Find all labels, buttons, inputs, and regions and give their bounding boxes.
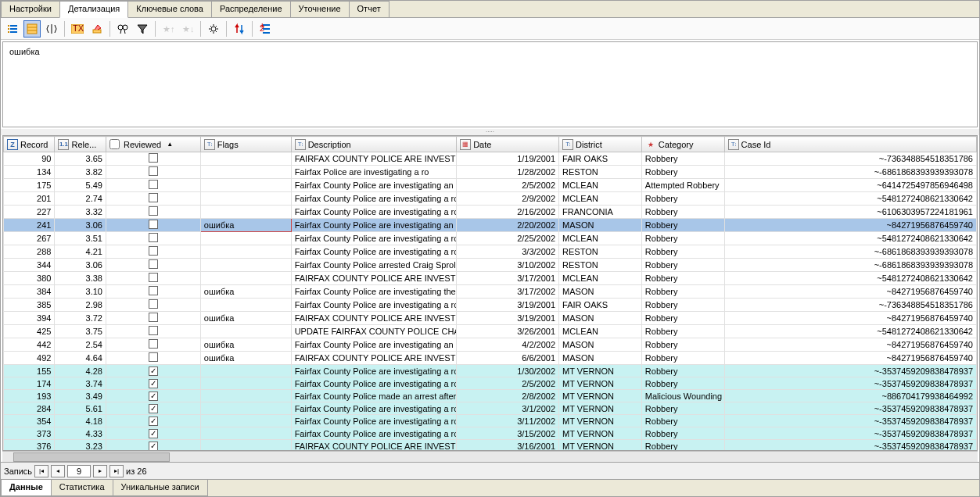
table-row[interactable]: 2012.74Fairfax County Police are investi… xyxy=(4,192,977,206)
cell-reviewed[interactable] xyxy=(106,192,200,206)
tab-0[interactable]: Настройки xyxy=(1,1,60,17)
h-scrollbar[interactable] xyxy=(2,451,978,462)
cell-flags[interactable]: ошибка xyxy=(200,352,291,365)
cell-reviewed[interactable] xyxy=(106,338,200,352)
cell-flags[interactable] xyxy=(200,232,291,245)
cell-reviewed[interactable] xyxy=(106,325,200,338)
col-header-6[interactable]: TᵢDistrict xyxy=(559,137,642,152)
cell-flags[interactable] xyxy=(200,166,291,179)
splitter[interactable]: ····· xyxy=(1,129,979,135)
table-row[interactable]: 1755.49Fairfax County Police are investi… xyxy=(4,179,977,192)
cell-reviewed[interactable] xyxy=(106,206,200,219)
table-row[interactable]: 1933.49✓Fairfax County Police made an ar… xyxy=(4,390,977,402)
tb-star-down-icon[interactable]: ★↓ xyxy=(179,20,196,38)
cell-flags[interactable] xyxy=(200,152,291,166)
cell-flags[interactable] xyxy=(200,390,291,402)
col-header-1[interactable]: 1.1Rele... xyxy=(55,137,106,152)
nav-first-icon[interactable]: |◂ xyxy=(34,465,48,477)
col-header-5[interactable]: ▦Date xyxy=(457,137,559,152)
table-row[interactable]: 2673.51Fairfax County Police are investi… xyxy=(4,232,977,245)
data-grid[interactable]: ZRecord1.1Rele...Reviewed▲TᵢFlagsTᵢDescr… xyxy=(2,135,978,451)
tab-1[interactable]: Детализация xyxy=(59,1,128,18)
table-row[interactable]: 3763.23✓FAIRFAX COUNTY POLICE ARE INVEST… xyxy=(4,440,977,452)
cell-reviewed[interactable] xyxy=(106,312,200,325)
table-row[interactable]: 2884.21Fairfax County Police are investi… xyxy=(4,245,977,259)
cell-flags[interactable] xyxy=(200,299,291,312)
cell-reviewed[interactable] xyxy=(106,285,200,299)
cell-flags[interactable]: ошибка xyxy=(200,312,291,325)
cell-reviewed[interactable] xyxy=(106,179,200,192)
cell-flags[interactable] xyxy=(200,427,291,440)
btab-2[interactable]: Уникальные записи xyxy=(113,480,208,496)
col-header-4[interactable]: TᵢDescription xyxy=(291,137,457,152)
cell-reviewed[interactable]: ✓ xyxy=(106,440,200,452)
cell-flags[interactable] xyxy=(200,206,291,219)
cell-flags[interactable] xyxy=(200,179,291,192)
cell-flags[interactable] xyxy=(200,259,291,272)
table-row[interactable]: 3443.06Fairfax County Police arrested Cr… xyxy=(4,259,977,272)
cell-reviewed[interactable]: ✓ xyxy=(106,390,200,402)
col-header-8[interactable]: TᵢCase Id xyxy=(724,137,976,152)
tb-clear-icon[interactable] xyxy=(88,20,106,38)
cell-flags[interactable] xyxy=(200,377,291,390)
table-row[interactable]: 1554.28✓Fairfax County Police are invest… xyxy=(4,365,977,377)
table-row[interactable]: 3843.10ошибкаFairfax County Police are i… xyxy=(4,285,977,299)
cell-reviewed[interactable] xyxy=(106,232,200,245)
nav-last-icon[interactable]: ▸| xyxy=(109,465,124,477)
table-row[interactable]: 3803.38FAIRFAX COUNTY POLICE ARE INVESTI… xyxy=(4,272,977,285)
tb-split-icon[interactable] xyxy=(43,20,60,38)
table-row[interactable]: 3852.98Fairfax County Police are investi… xyxy=(4,299,977,312)
tb-sort-icon[interactable] xyxy=(231,20,248,38)
col-header-0[interactable]: ZRecord xyxy=(4,137,55,152)
table-row[interactable]: 3734.33✓Fairfax County Police are invest… xyxy=(4,427,977,440)
nav-prev-icon[interactable]: ◂ xyxy=(51,465,65,477)
table-row[interactable]: 4924.64ошибкаFAIRFAX COUNTY POLICE ARE I… xyxy=(4,352,977,365)
cell-reviewed[interactable]: ✓ xyxy=(106,402,200,415)
tab-2[interactable]: Ключевые слова xyxy=(127,1,212,17)
cell-flags[interactable]: ошибка xyxy=(200,338,291,352)
table-row[interactable]: 2273.32Fairfax County Police are investi… xyxy=(4,206,977,219)
cell-flags[interactable] xyxy=(200,192,291,206)
table-row[interactable]: 2413.06ошибкаFairfax County Police are i… xyxy=(4,219,977,232)
cell-flags[interactable] xyxy=(200,440,291,452)
table-row[interactable]: 903.65FAIRFAX COUNTY POLICE ARE INVESTIG… xyxy=(4,152,977,166)
table-row[interactable]: 3544.18✓Fairfax County Police are invest… xyxy=(4,415,977,427)
col-header-3[interactable]: TᵢFlags xyxy=(200,137,291,152)
cell-flags[interactable]: ошибка xyxy=(200,285,291,299)
cell-reviewed[interactable] xyxy=(106,245,200,259)
btab-0[interactable]: Данные xyxy=(1,480,52,496)
cell-flags[interactable] xyxy=(200,245,291,259)
cell-reviewed[interactable] xyxy=(106,272,200,285)
table-row[interactable]: 2845.61✓Fairfax County Police are invest… xyxy=(4,402,977,415)
tb-grid-icon[interactable] xyxy=(23,20,41,38)
tab-5[interactable]: Отчет xyxy=(349,1,389,17)
cell-flags[interactable] xyxy=(200,415,291,427)
cell-reviewed[interactable]: ✓ xyxy=(106,377,200,390)
table-row[interactable]: 4422.54ошибкаFairfax County Police are i… xyxy=(4,338,977,352)
cell-reviewed[interactable]: ✓ xyxy=(106,427,200,440)
cell-reviewed[interactable]: ✓ xyxy=(106,415,200,427)
col-header-2[interactable]: Reviewed▲ xyxy=(106,137,200,152)
btab-1[interactable]: Статистика xyxy=(51,480,113,496)
tb-numlist-icon[interactable]: 12 xyxy=(257,20,274,38)
nav-next-icon[interactable]: ▸ xyxy=(93,465,107,477)
cell-reviewed[interactable] xyxy=(106,352,200,365)
tb-txt-icon[interactable]: TXT xyxy=(69,20,86,38)
table-row[interactable]: 4253.75UPDATE FAIRFAX COUNTY POLICE CHAR… xyxy=(4,325,977,338)
cell-reviewed[interactable] xyxy=(106,219,200,232)
tab-3[interactable]: Распределение xyxy=(211,1,291,17)
cell-flags[interactable] xyxy=(200,325,291,338)
nav-input[interactable] xyxy=(67,465,91,477)
table-row[interactable]: 1343.82Fairfax Police are investigating … xyxy=(4,166,977,179)
tb-filter-icon[interactable] xyxy=(134,20,151,38)
table-row[interactable]: 3943.72ошибкаFAIRFAX COUNTY POLICE ARE I… xyxy=(4,312,977,325)
cell-flags[interactable] xyxy=(200,272,291,285)
cell-flags[interactable] xyxy=(200,365,291,377)
tb-gear-icon[interactable] xyxy=(205,20,222,38)
cell-reviewed[interactable] xyxy=(106,166,200,179)
query-textarea[interactable]: ошибка xyxy=(2,41,978,127)
cell-reviewed[interactable] xyxy=(106,259,200,272)
tb-find-icon[interactable] xyxy=(114,20,131,38)
cell-reviewed[interactable] xyxy=(106,299,200,312)
cell-reviewed[interactable]: ✓ xyxy=(106,365,200,377)
